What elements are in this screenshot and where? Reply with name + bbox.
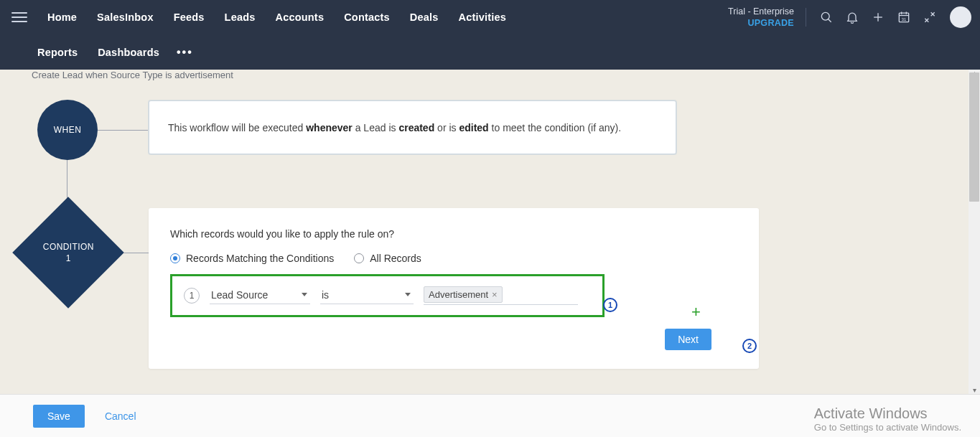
- connector-line: [123, 253, 149, 253]
- menu-icon[interactable]: [11, 9, 27, 25]
- add-condition-icon[interactable]: +: [691, 303, 701, 321]
- criteria-step-number: 1: [184, 288, 200, 304]
- radio-label: Records Matching the Conditions: [186, 253, 334, 264]
- criteria-field-dropdown[interactable]: Lead Source: [210, 288, 310, 304]
- chevron-down-icon: [302, 293, 307, 296]
- radio-label: All Records: [370, 253, 421, 264]
- nav-home[interactable]: Home: [37, 11, 87, 23]
- criteria-value-input[interactable]: Advertisement ×: [424, 286, 578, 305]
- condition-card: Which records would you like to apply th…: [149, 208, 759, 369]
- watermark-line1: Activate Windows: [814, 405, 961, 422]
- search-icon[interactable]: [816, 7, 836, 27]
- cancel-button[interactable]: Cancel: [105, 410, 136, 422]
- svg-point-0: [821, 12, 829, 20]
- scrollbar[interactable]: ▴ ▾: [969, 70, 980, 394]
- upgrade-link[interactable]: UPGRADE: [728, 17, 794, 29]
- annotation-badge-2: 2: [742, 339, 757, 353]
- nav-deals[interactable]: Deals: [400, 11, 449, 23]
- nav-feeds[interactable]: Feeds: [164, 11, 215, 23]
- tools-icon[interactable]: [920, 7, 940, 27]
- scrollbar-thumb[interactable]: [969, 72, 979, 202]
- rule-name: Create Lead when Source Type is advertis…: [32, 70, 233, 80]
- when-card[interactable]: This workflow will be executed whenever …: [149, 100, 676, 154]
- when-node-label: WHEN: [54, 125, 82, 135]
- save-button[interactable]: Save: [33, 405, 85, 428]
- radio-unchecked-icon: [354, 253, 364, 263]
- radio-all-records[interactable]: All Records: [354, 253, 421, 264]
- nav-divider: [806, 8, 806, 27]
- watermark-line2: Go to Settings to activate Windows.: [814, 422, 961, 433]
- svg-line-1: [829, 19, 831, 22]
- next-button[interactable]: Next: [665, 329, 711, 350]
- nav-reports[interactable]: Reports: [27, 47, 88, 58]
- tag-remove-icon[interactable]: ×: [492, 289, 498, 300]
- when-text: This workflow will be executed whenever …: [168, 122, 621, 133]
- bell-icon[interactable]: [842, 7, 862, 27]
- condition-node-number: 1: [43, 253, 94, 264]
- windows-activation-watermark: Activate Windows Go to Settings to activ…: [814, 405, 961, 433]
- nav-activities[interactable]: Activities: [449, 11, 516, 23]
- criteria-operator-value: is: [322, 289, 329, 301]
- nav-more[interactable]: •••: [169, 46, 200, 59]
- radio-matching-conditions[interactable]: Records Matching the Conditions: [170, 253, 334, 264]
- calendar-icon[interactable]: 31: [894, 7, 914, 27]
- criteria-row: 1 Lead Source is Advertisement ×: [170, 274, 605, 317]
- plus-icon[interactable]: [868, 7, 888, 27]
- criteria-value-tag: Advertisement ×: [424, 286, 503, 303]
- criteria-field-value: Lead Source: [211, 289, 268, 301]
- nav-leads[interactable]: Leads: [215, 11, 266, 23]
- workflow-canvas: Create Lead when Source Type is advertis…: [0, 70, 980, 394]
- scroll-down-icon[interactable]: ▾: [971, 387, 978, 394]
- nav-salesinbox[interactable]: SalesInbox: [87, 11, 164, 23]
- radio-checked-icon: [170, 253, 180, 263]
- chevron-down-icon: [405, 293, 411, 296]
- svg-text:31: 31: [902, 17, 906, 22]
- nav-accounts[interactable]: Accounts: [266, 11, 335, 23]
- trial-info: Trial - Enterprise UPGRADE: [728, 6, 794, 29]
- avatar[interactable]: [950, 6, 971, 28]
- criteria-operator-dropdown[interactable]: is: [320, 288, 414, 304]
- nav-contacts[interactable]: Contacts: [334, 11, 400, 23]
- top-nav: Home SalesInbox Feeds Leads Accounts Con…: [0, 0, 980, 70]
- trial-label: Trial - Enterprise: [728, 6, 794, 17]
- condition-node[interactable]: CONDITION 1: [12, 197, 124, 309]
- condition-title: Which records would you like to apply th…: [170, 228, 737, 240]
- nav-dashboards[interactable]: Dashboards: [88, 47, 169, 58]
- connector-line: [98, 130, 148, 131]
- condition-node-label: CONDITION: [43, 241, 94, 253]
- annotation-badge-1: 1: [603, 298, 617, 312]
- when-node[interactable]: WHEN: [37, 100, 98, 160]
